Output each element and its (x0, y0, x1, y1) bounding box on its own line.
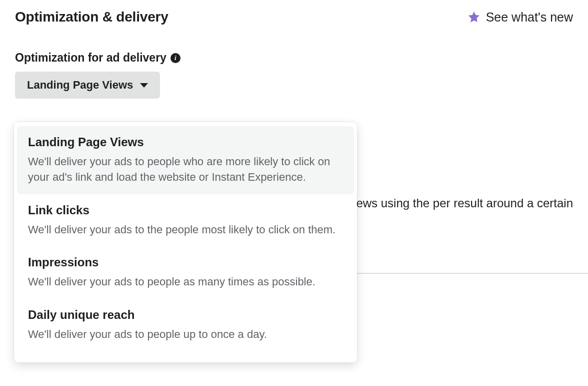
option-daily-unique-reach[interactable]: Daily unique reach We'll deliver your ad… (14, 299, 357, 351)
optimization-select-row: Landing Page Views (0, 65, 588, 99)
option-title: Landing Page Views (28, 135, 343, 149)
optimization-label: Optimization for ad delivery (15, 51, 166, 65)
see-whats-new-label: See what's new (486, 10, 573, 25)
option-desc: We'll deliver your ads to people as many… (28, 274, 343, 290)
section-title: Optimization & delivery (15, 9, 168, 25)
option-link-clicks[interactable]: Link clicks We'll deliver your ads to th… (14, 194, 357, 247)
option-title: Link clicks (28, 203, 343, 217)
star-icon (467, 10, 481, 24)
option-impressions[interactable]: Impressions We'll deliver your ads to pe… (14, 246, 357, 299)
info-icon[interactable]: i (170, 53, 180, 63)
optimization-dropdown[interactable]: Landing Page Views We'll deliver your ad… (14, 122, 357, 362)
optimization-select-value: Landing Page Views (27, 79, 133, 92)
option-desc: We'll deliver your ads to people who are… (28, 154, 343, 185)
see-whats-new-link[interactable]: See what's new (467, 10, 573, 25)
option-desc: We'll deliver your ads to the people mos… (28, 222, 343, 238)
option-desc: We'll deliver your ads to people up to o… (28, 327, 343, 342)
option-landing-page-views[interactable]: Landing Page Views We'll deliver your ad… (17, 126, 354, 194)
option-title: Impressions (28, 255, 343, 269)
optimization-select[interactable]: Landing Page Views (15, 72, 160, 99)
caret-down-icon (140, 83, 148, 88)
optimization-label-row: Optimization for ad delivery i (0, 25, 588, 65)
option-title: Daily unique reach (28, 308, 343, 322)
section-header: Optimization & delivery See what's new (0, 0, 588, 25)
